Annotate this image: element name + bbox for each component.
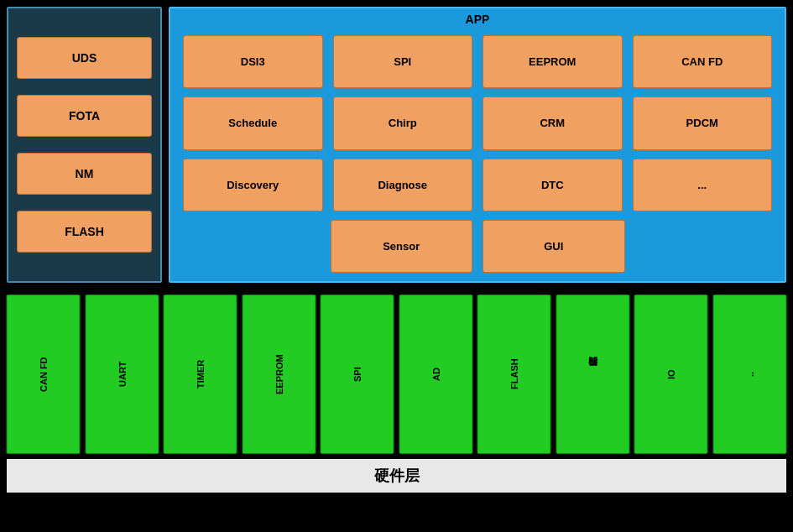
hw-bars-container: CAN FDUARTTIMEREEPROMSPIADFLASH看门狗IO.. [7, 295, 786, 454]
hw-bar-uart: UART [86, 295, 159, 454]
top-section: UDSFOTANMFLASH APP DSI3SPIEEPROMCAN FDSc… [0, 0, 793, 289]
left-panel: UDSFOTANMFLASH [7, 7, 162, 283]
hw-bar-watchdog: 看门狗 [556, 295, 630, 454]
app-module-diagnose[interactable]: Diagnose [333, 159, 473, 211]
app-row-0: DSI3SPIEEPROMCAN FD [183, 35, 772, 88]
left-module-nm[interactable]: NM [17, 153, 152, 195]
app-module-pdcm[interactable]: PDCM [633, 96, 773, 149]
app-module-discovery[interactable]: Discovery [183, 159, 323, 211]
app-module-gui[interactable]: GUI [483, 220, 625, 273]
app-module-eeprom[interactable]: EEPROM [483, 35, 623, 88]
main-container: UDSFOTANMFLASH APP DSI3SPIEEPROMCAN FDSc… [0, 0, 793, 532]
app-row-last: SensorGUI [183, 220, 772, 273]
app-module-dsi3[interactable]: DSI3 [183, 35, 323, 88]
app-row-1: ScheduleChirpCRMPDCM [183, 96, 772, 149]
hw-bar-canfd-hw: CAN FD [7, 295, 81, 454]
left-module-flash[interactable]: FLASH [17, 211, 152, 253]
app-module-sensor[interactable]: Sensor [331, 220, 473, 273]
hw-bar-spi-hw: SPI [321, 295, 394, 454]
app-module-schedule[interactable]: Schedule [183, 96, 323, 149]
hw-bar-timer: TIMER [164, 295, 237, 454]
app-module-crm[interactable]: CRM [483, 96, 623, 149]
hw-bar-io: IO [634, 295, 708, 454]
left-module-fota[interactable]: FOTA [17, 95, 152, 137]
hw-bar-eeprom-hw: EEPROM [243, 295, 316, 454]
app-module-dtc[interactable]: DTC [483, 159, 623, 211]
app-label: APP [466, 13, 490, 26]
hw-bar-ellipsis-hw: .. [713, 295, 787, 454]
app-module-canfd[interactable]: CAN FD [633, 35, 773, 88]
app-panel: APP DSI3SPIEEPROMCAN FDScheduleChirpCRMP… [169, 7, 786, 283]
app-module-ellipsis[interactable]: ... [633, 159, 773, 211]
app-rows: DSI3SPIEEPROMCAN FDScheduleChirpCRMPDCMD… [183, 35, 772, 273]
left-module-uds[interactable]: UDS [17, 37, 152, 79]
bottom-section: CAN FDUARTTIMEREEPROMSPIADFLASH看门狗IO.. 硬… [0, 289, 793, 532]
app-module-spi[interactable]: SPI [333, 35, 473, 88]
hw-bar-flash-hw: FLASH [477, 295, 551, 454]
hw-bar-ad: AD [399, 295, 473, 454]
app-module-chirp[interactable]: Chirp [333, 96, 473, 149]
app-row-2: DiscoveryDiagnoseDTC... [183, 159, 772, 211]
hw-layer-label: 硬件层 [7, 459, 786, 493]
